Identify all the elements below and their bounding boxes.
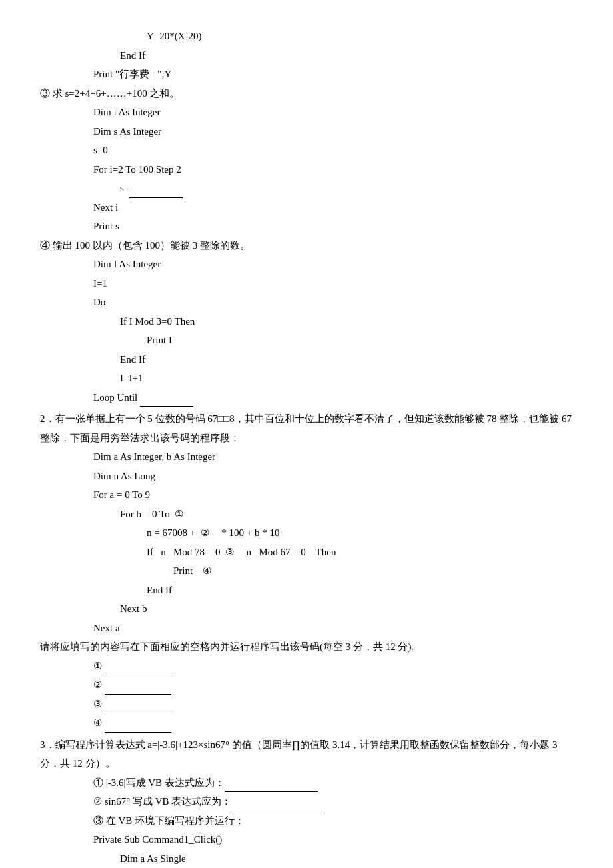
line-print-s: Print s	[40, 217, 573, 236]
line-dim-s: Dim s As Integer	[40, 122, 573, 141]
line-end-if-2: End If	[40, 350, 573, 369]
line-dim-I: Dim I As Integer	[40, 255, 573, 274]
line-s-init: s=0	[40, 141, 573, 160]
line-end-if-1: End If	[40, 46, 573, 65]
item3-header: ③ 求 s=2+4+6+……+100 之和。	[40, 84, 573, 103]
line-do: Do	[40, 293, 573, 312]
q3-header: 3．编写程序计算表达式 a=|-3.6|+123×sin67° 的值（圆周率∏的…	[40, 735, 573, 773]
q3-item1: ① |-3.6|写成 VB 表达式应为：	[40, 773, 573, 793]
line-next-b: Next b	[40, 599, 573, 619]
line-s-blank: s=	[40, 179, 573, 198]
q2-header: 2．有一张单据上有一个 5 位数的号码 67□□8，其中百位和十位上的数字看不清…	[40, 409, 573, 447]
blank-loop-until	[140, 395, 193, 407]
line-I-init: I=1	[40, 274, 573, 293]
line-for-loop: For i=2 To 100 Step 2	[40, 160, 573, 179]
line-dim-a: Dim a As Single	[40, 849, 573, 869]
q2-blank2: ②	[40, 675, 573, 695]
line-private-sub: Private Sub Command1_Click()	[40, 830, 573, 849]
line-y-calc: Y=20*(X-20)	[40, 27, 573, 46]
blank-s	[129, 186, 183, 198]
q3-item2: ② sin67° 写成 VB 表达式应为：	[40, 792, 573, 811]
line-print-4: Print ④	[40, 561, 573, 581]
q2-blank3: ③	[40, 695, 573, 714]
q3-item3: ③ 在 VB 环境下编写程序并运行：	[40, 811, 573, 831]
line-I-inc: I=I+1	[40, 369, 573, 388]
line-for-a: For a = 0 To 9	[40, 485, 573, 505]
line-n-calc: n = 67008 + ② * 100 + b * 10	[40, 523, 573, 543]
fill-instruction: 请将应填写的内容写在下面相应的空格内并运行程序写出该号码(每空 3 分，共 12…	[40, 637, 573, 657]
line-if-mod78: If n Mod 78 = 0 ③ n Mod 67 = 0 Then	[40, 543, 573, 562]
line-next-i: Next i	[40, 198, 573, 217]
line-next-a: Next a	[40, 619, 573, 638]
line-end-if-3: End If	[40, 581, 573, 600]
q2-blank1: ①	[40, 657, 573, 676]
line-dim-n: Dim n As Long	[40, 467, 573, 486]
line-loop-until: Loop Until	[40, 388, 573, 407]
line-print-luggage: Print "行李费= ";Y	[40, 65, 573, 84]
line-dim-ab: Dim a As Integer, b As Integer	[40, 447, 573, 467]
q2-blank4: ④	[40, 713, 573, 733]
line-if-mod3: If I Mod 3=0 Then	[40, 312, 573, 331]
item4-header: ④ 输出 100 以内（包含 100）能被 3 整除的数。	[40, 236, 573, 255]
line-print-I: Print I	[40, 331, 573, 350]
main-content: Y=20*(X-20) End If Print "行李费= ";Y ③ 求 s…	[40, 27, 573, 868]
line-for-b: For b = 0 To ①	[40, 505, 573, 524]
line-dim-i: Dim i As Integer	[40, 103, 573, 122]
